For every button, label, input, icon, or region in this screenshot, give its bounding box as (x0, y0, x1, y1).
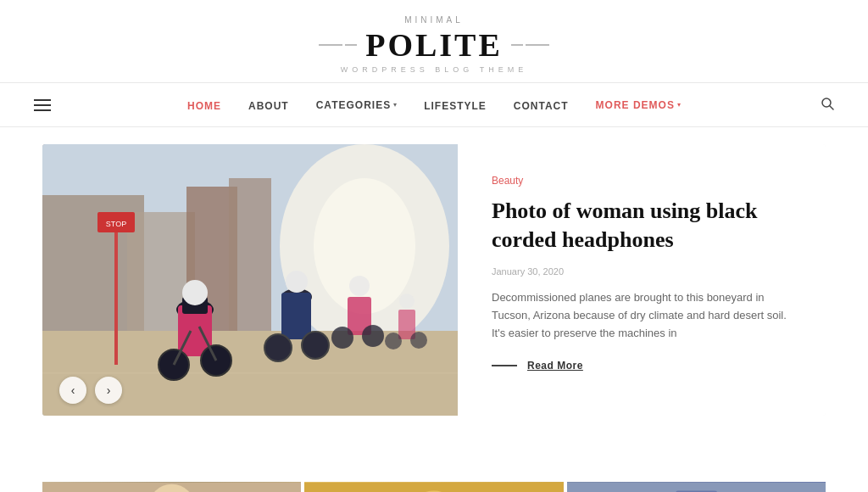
read-more-line (492, 365, 517, 366)
featured-date: January 30, 2020 (492, 266, 792, 277)
thumb-1[interactable] (42, 482, 301, 492)
nav-link-lifestyle[interactable]: LIFESTYLE (424, 100, 487, 112)
featured-text: Beauty Photo of woman using black corded… (458, 144, 826, 416)
logo-subtitle: WORDPRESS BLOG THEME (0, 65, 868, 74)
main-content: STOP ‹ › Beauty Photo of woman using bla… (0, 127, 868, 482)
logo-line-left-long (319, 44, 342, 46)
thumb-3[interactable] (567, 482, 826, 492)
nav-item-contact[interactable]: CONTACT (514, 98, 569, 113)
svg-point-14 (182, 280, 208, 305)
nav-item-lifestyle[interactable]: LIFESTYLE (424, 98, 487, 113)
logo-line-right-long (526, 44, 549, 46)
categories-chevron-icon: ▾ (393, 101, 397, 109)
featured-post: STOP ‹ › Beauty Photo of woman using bla… (42, 144, 826, 416)
nav-item-about[interactable]: ABOUT (248, 98, 289, 113)
site-logo: POLITE (0, 26, 868, 64)
featured-category: Beauty (492, 175, 792, 187)
logo-line-left-short (345, 44, 357, 46)
svg-text:STOP: STOP (106, 220, 126, 228)
svg-rect-42 (567, 483, 826, 492)
read-more-text: Read More (527, 360, 583, 372)
nav-item-categories[interactable]: CATEGORIES ▾ (316, 99, 397, 111)
nav-link-categories[interactable]: CATEGORIES (316, 99, 391, 111)
more-demos-chevron-icon: ▾ (677, 101, 681, 109)
featured-title: Photo of woman using black corded headph… (492, 197, 792, 254)
svg-rect-39 (304, 483, 563, 492)
nav-link-about[interactable]: ABOUT (248, 100, 289, 112)
svg-point-22 (264, 334, 292, 361)
svg-point-29 (399, 294, 415, 309)
cyclist-svg: STOP (42, 144, 458, 416)
logo-right-lines (511, 44, 549, 46)
logo-left-lines (319, 44, 357, 46)
featured-excerpt: Decommissioned planes are brought to thi… (492, 288, 792, 343)
svg-rect-32 (114, 212, 118, 365)
svg-point-31 (410, 332, 427, 349)
cyclist-scene: STOP (42, 144, 458, 416)
categories-dropdown[interactable]: CATEGORIES ▾ (316, 99, 397, 111)
hamburger-menu-icon[interactable] (34, 99, 51, 111)
logo-text: POLITE (365, 26, 503, 64)
carousel-arrows: ‹ › (59, 377, 122, 404)
nav-item-more-demos[interactable]: MORE DEMOS ▾ (596, 99, 681, 111)
svg-point-30 (385, 333, 402, 349)
nav-link-more-demos[interactable]: MORE DEMOS (596, 99, 675, 111)
svg-point-27 (362, 325, 384, 347)
read-more-link[interactable]: Read More (492, 360, 792, 372)
bottom-thumbnails (0, 482, 868, 492)
nav-link-home[interactable]: HOME (187, 100, 221, 112)
nav-item-home[interactable]: HOME (187, 98, 221, 113)
logo-minimal-label: MINIMAL (0, 15, 868, 25)
nav-links: HOME ABOUT CATEGORIES ▾ LIFESTYLE CONTAC… (187, 98, 681, 113)
svg-point-21 (286, 271, 308, 293)
svg-line-1 (830, 106, 833, 109)
svg-point-23 (302, 332, 329, 359)
nav-link-contact[interactable]: CONTACT (514, 100, 569, 112)
svg-point-26 (331, 327, 353, 349)
prev-arrow[interactable]: ‹ (59, 377, 86, 404)
search-icon[interactable] (821, 97, 834, 114)
logo-line-right-short (511, 44, 523, 46)
svg-rect-20 (281, 293, 311, 339)
next-arrow[interactable]: › (95, 377, 122, 404)
nav-bar: HOME ABOUT CATEGORIES ▾ LIFESTYLE CONTAC… (0, 83, 868, 127)
svg-point-25 (349, 276, 370, 296)
site-header: MINIMAL POLITE WORDPRESS BLOG THEME (0, 0, 868, 83)
featured-image: STOP ‹ › (42, 144, 458, 416)
more-demos-dropdown[interactable]: MORE DEMOS ▾ (596, 99, 681, 111)
thumb-2[interactable] (304, 482, 563, 492)
